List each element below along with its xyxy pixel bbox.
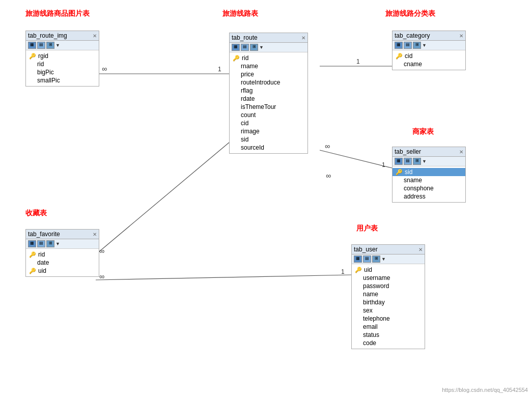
dropdown-favorite[interactable]: ▼ bbox=[55, 241, 60, 246]
svg-line-9 bbox=[96, 143, 229, 254]
field-name-password: password bbox=[363, 282, 389, 290]
close-btn-category[interactable]: ✕ bbox=[459, 33, 463, 39]
key-icon-uid-user: 🔑 bbox=[355, 267, 362, 273]
fields-route: 🔑 rid rname price routeIntroduce rflag r… bbox=[230, 52, 307, 153]
field-name-email: email bbox=[363, 323, 378, 330]
close-btn-seller[interactable]: ✕ bbox=[459, 149, 463, 155]
field-smallpic: smallPic bbox=[29, 76, 96, 84]
close-btn-route[interactable]: ✕ bbox=[301, 35, 305, 41]
field-rdate: rdate bbox=[233, 95, 304, 103]
key-icon-rgid: 🔑 bbox=[29, 53, 36, 60]
field-name-rimage: rimage bbox=[241, 128, 260, 135]
dropdown-user[interactable]: ▼ bbox=[381, 257, 386, 262]
key-icon-rid-route: 🔑 bbox=[233, 55, 240, 62]
form-icon-route[interactable]: ▤ bbox=[241, 44, 249, 51]
field-status: status bbox=[355, 331, 422, 339]
table-tab-seller: tab_seller ✕ ▦ ▤ ⊞ ▼ 🔑 sid sname conspho… bbox=[392, 147, 466, 203]
field-address: address bbox=[396, 192, 462, 201]
filter-icon-route-img[interactable]: ⊞ bbox=[46, 42, 54, 49]
label-tab-favorite: 收藏表 bbox=[25, 209, 47, 218]
field-rid-img: rid bbox=[29, 60, 96, 68]
fields-route-img: 🔑 rgid rid bigPic smallPic bbox=[26, 50, 99, 86]
filter-icon-seller[interactable]: ⊞ bbox=[413, 158, 421, 165]
grid-icon-user[interactable]: ▦ bbox=[354, 256, 362, 263]
field-name-sid-seller: sid bbox=[405, 168, 412, 176]
filter-icon-category[interactable]: ⊞ bbox=[413, 42, 421, 49]
svg-text:1: 1 bbox=[218, 66, 221, 73]
table-name-route: tab_route bbox=[232, 34, 258, 41]
diagram-container: ∞ 1 1 ∞ ∞ 1 ∞ ∞ 1 旅游线路商品图片表 tab_route_im… bbox=[0, 0, 532, 397]
svg-line-5 bbox=[320, 150, 392, 168]
toolbar-favorite: ▦ ▤ ⊞ ▼ bbox=[26, 239, 99, 249]
toolbar-user: ▦ ▤ ⊞ ▼ bbox=[352, 254, 425, 264]
field-consphone: consphone bbox=[396, 184, 462, 192]
watermark-text: https://blog.csdn.net/qq_40542554 bbox=[442, 387, 528, 393]
field-uid-favorite: 🔑 uid bbox=[29, 267, 96, 275]
field-name-cname: cname bbox=[404, 61, 422, 68]
svg-text:∞: ∞ bbox=[99, 272, 104, 280]
field-email: email bbox=[355, 323, 422, 331]
field-cid-route: cid bbox=[233, 119, 304, 127]
table-tab-category: tab_category ✕ ▦ ▤ ⊞ ▼ 🔑 cid cname bbox=[392, 31, 466, 70]
field-name-rid-img: rid bbox=[37, 61, 44, 68]
close-btn-user[interactable]: ✕ bbox=[418, 247, 423, 252]
close-btn-favorite[interactable]: ✕ bbox=[93, 232, 97, 237]
form-icon-seller[interactable]: ▤ bbox=[404, 158, 412, 165]
table-tab-favorite: tab_favorite ✕ ▦ ▤ ⊞ ▼ 🔑 rid date 🔑 uid bbox=[25, 229, 99, 277]
field-name-username: username bbox=[363, 274, 390, 281]
filter-icon-favorite[interactable]: ⊞ bbox=[46, 240, 54, 247]
form-icon-favorite[interactable]: ▤ bbox=[37, 240, 45, 247]
fields-seller: 🔑 sid sname consphone address bbox=[393, 166, 465, 202]
field-routeintroduce: routeIntroduce bbox=[233, 78, 304, 87]
form-icon-route-img[interactable]: ▤ bbox=[37, 42, 45, 49]
field-count: count bbox=[233, 111, 304, 119]
field-rimage: rimage bbox=[233, 127, 304, 135]
filter-icon-route[interactable]: ⊞ bbox=[250, 44, 258, 51]
field-name-code: code bbox=[363, 339, 376, 347]
field-birthday: birthday bbox=[355, 298, 422, 306]
field-name-rname: rname bbox=[241, 63, 258, 70]
field-sid-route: sid bbox=[233, 135, 304, 144]
table-tab-user: tab_user ✕ ▦ ▤ ⊞ ▼ 🔑 uid username passwo… bbox=[351, 244, 425, 349]
fields-favorite: 🔑 rid date 🔑 uid bbox=[26, 249, 99, 276]
table-name-category: tab_category bbox=[395, 32, 430, 39]
key-icon-sid-seller: 🔑 bbox=[396, 169, 403, 176]
table-header-route: tab_route ✕ bbox=[230, 33, 307, 43]
dropdown-route[interactable]: ▼ bbox=[259, 45, 264, 50]
field-name-uid-user: uid bbox=[364, 266, 372, 273]
svg-text:∞: ∞ bbox=[326, 172, 331, 180]
dropdown-seller[interactable]: ▼ bbox=[422, 159, 427, 164]
field-name-count: count bbox=[241, 111, 256, 119]
field-name-sid-route: sid bbox=[241, 136, 248, 143]
fields-category: 🔑 cid cname bbox=[393, 50, 465, 70]
field-sourceid: sourceId bbox=[233, 144, 304, 152]
field-isthemetour: isThemeTour bbox=[233, 103, 304, 111]
field-name-isthemetour: isThemeTour bbox=[241, 103, 276, 110]
field-sid-seller: 🔑 sid bbox=[393, 168, 465, 176]
field-name-cid-route: cid bbox=[241, 120, 248, 127]
field-name-user: name bbox=[355, 290, 422, 298]
field-price: price bbox=[233, 70, 304, 78]
grid-icon-route-img[interactable]: ▦ bbox=[28, 42, 36, 49]
field-name-date-favorite: date bbox=[37, 259, 49, 266]
grid-icon-seller[interactable]: ▦ bbox=[395, 158, 403, 165]
grid-icon-route[interactable]: ▦ bbox=[232, 44, 240, 51]
filter-icon-user[interactable]: ⊞ bbox=[372, 256, 380, 263]
grid-icon-favorite[interactable]: ▦ bbox=[28, 240, 36, 247]
dropdown-route-img[interactable]: ▼ bbox=[55, 43, 60, 48]
close-btn-route-img[interactable]: ✕ bbox=[93, 33, 97, 39]
field-uid-user: 🔑 uid bbox=[355, 266, 422, 274]
field-name-status: status bbox=[363, 331, 379, 338]
form-icon-user[interactable]: ▤ bbox=[363, 256, 371, 263]
label-tab-route: 旅游线路表 bbox=[222, 9, 258, 18]
field-name-name-user: name bbox=[363, 291, 378, 298]
field-rflag: rflag bbox=[233, 87, 304, 95]
field-name-smallpic: smallPic bbox=[37, 77, 60, 84]
toolbar-seller: ▦ ▤ ⊞ ▼ bbox=[393, 157, 465, 166]
grid-icon-category[interactable]: ▦ bbox=[395, 42, 403, 49]
table-header-user: tab_user ✕ bbox=[352, 245, 425, 254]
field-rid-favorite: 🔑 rid bbox=[29, 250, 96, 259]
dropdown-category[interactable]: ▼ bbox=[422, 43, 427, 48]
svg-line-11 bbox=[96, 275, 351, 280]
form-icon-category[interactable]: ▤ bbox=[404, 42, 412, 49]
